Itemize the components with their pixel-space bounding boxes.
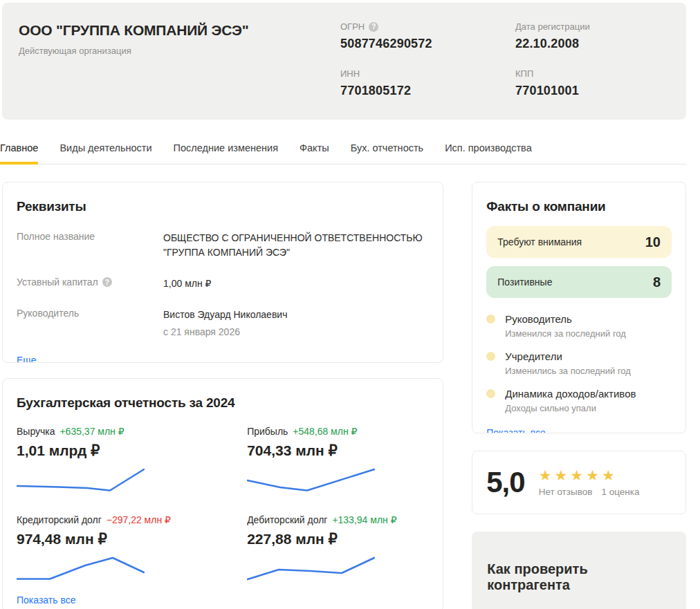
howto-text: Проверьте адрес регистрации, директора и… [504,607,671,609]
metric-value: 704,33 млн ₽ [247,442,429,459]
row-director: Руководитель Вистов Эдуард Николаевич с … [17,308,429,339]
tab-recent-changes[interactable]: Последние изменения [174,142,278,165]
director-since: с 21 января 2026 [163,325,429,339]
howto-title: Как проверить контрагента [487,561,671,593]
positive-label: Позитивные [497,277,552,288]
metric-revenue: Выручка +635,37 млн ₽ 1,01 млрд ₽ [17,426,199,496]
tab-enforcement[interactable]: Исп. производства [445,142,532,165]
positive-count: 8 [653,274,661,290]
company-identity: ООО "ГРУППА КОМПАНИЙ ЭСЭ" Действующая ор… [2,3,306,56]
tab-activities[interactable]: Виды деятельности [59,142,151,165]
question-help-icon[interactable] [102,277,112,287]
charter-capital-value: 1,00 млн ₽ [163,277,429,291]
howto-items: Проверьте адрес регистрации, директора и… [487,607,671,609]
row-full-name: Полное название ОБЩЕСТВО С ОГРАНИЧЕННОЙ … [17,231,429,260]
attention-count: 10 [645,234,661,250]
field-ogrn-label: ОГРН [340,21,515,32]
metric-delta: +133,94 млн ₽ [332,514,396,525]
warning-dot-icon [486,315,495,324]
fact-item-income-dynamics: Динамика доходов/активов Доходы сильно у… [486,388,672,413]
right-column: Факты о компании Требуют внимания 10 Поз… [472,182,686,609]
reviews-count: Нет отзывов [539,487,593,497]
warning-dot-icon [486,389,495,398]
fact-subtitle: Изменились за последний год [505,366,672,376]
fact-title: Руководитель [505,313,672,325]
financial-metrics: Выручка +635,37 млн ₽ 1,01 млрд ₽ Прибыл… [17,426,429,585]
row-charter-capital: Уставный капитал 1,00 млн ₽ [17,277,429,291]
rating-subtext: Нет отзывов 1 оценка [539,487,640,497]
director-value: Вистов Эдуард Николаевич с 21 января 202… [163,308,429,339]
attention-label: Требуют внимания [497,236,582,247]
rating-stars-icon: ★★★★★ [539,468,640,482]
registry-fields: ОГРН 5087746290572 Дата регистрации 22.1… [340,21,690,98]
left-column: Реквизиты Полное название ОБЩЕСТВО С ОГР… [2,182,443,609]
metric-profit: Прибыль +548,68 млн ₽ 704,33 млн ₽ [247,426,429,496]
company-profile-page: ООО "ГРУППА КОМПАНИЙ ЭСЭ" Действующая ор… [2,3,686,609]
facts-show-all-link[interactable]: Показать все [486,427,545,433]
marks-count: 1 оценка [601,487,639,497]
fact-title: Учредители [505,350,672,362]
requisites-title: Реквизиты [17,199,429,214]
row-label: Полное название [17,231,95,242]
company-facts-card: Факты о компании Требуют внимания 10 Поз… [472,182,686,433]
field-label-text: ИНН [340,68,360,79]
requisites-more-link[interactable]: Еще [17,355,37,363]
fact-item-founders: Учредители Изменились за последний год [486,350,672,376]
question-help-icon[interactable] [369,22,378,32]
company-name: ООО "ГРУППА КОМПАНИЙ ЭСЭ" [19,22,306,39]
fact-subtitle: Изменился за последний год [505,328,672,339]
financials-card: Бухгалтерская отчетность за 2024 Выручка… [2,378,443,609]
metric-delta: −297,22 млн ₽ [107,514,171,525]
tab-bar: Главное Виды деятельности Последние изме… [0,142,686,165]
field-ogrn: ОГРН 5087746290572 [340,21,515,51]
fact-item-director: Руководитель Изменился за последний год [486,313,672,339]
field-ogrn-value: 5087746290572 [340,37,515,51]
payable-sparkline-chart [17,554,199,585]
metric-name: Дебиторский долг [247,514,327,525]
fact-subtitle: Доходы сильно упали [505,403,672,413]
field-inn-value: 7701805172 [340,84,515,98]
financials-show-all-link[interactable]: Показать все [17,594,75,606]
metric-name: Прибыль [247,426,288,437]
field-label-text: ОГРН [340,21,365,32]
main-content: Реквизиты Полное название ОБЩЕСТВО С ОГР… [2,182,686,609]
requisites-card: Реквизиты Полное название ОБЩЕСТВО С ОГР… [2,182,443,363]
howto-check-card: Как проверить контрагента Проверьте адре… [472,532,686,609]
receivable-sparkline-chart [247,554,429,585]
metric-value: 227,88 млн ₽ [247,531,429,547]
field-reg-date: Дата регистрации 22.10.2008 [515,21,690,51]
fact-items: Руководитель Изменился за последний год … [486,313,672,413]
director-name: Вистов Эдуард Николаевич [163,308,429,322]
row-label: Уставный капитал [17,277,98,288]
revenue-sparkline-chart [17,466,199,496]
metric-delta: +548,68 млн ₽ [293,426,357,437]
row-label: Руководитель [17,308,79,319]
tab-accounting[interactable]: Бух. отчетность [351,142,423,165]
field-kpp-value: 770101001 [515,84,690,98]
field-kpp: КПП 770101001 [515,68,690,98]
metric-name: Кредиторский долг [17,514,102,525]
metric-delta: +635,37 млн ₽ [59,426,124,437]
rating-score: 5,0 [486,468,524,497]
metric-name: Выручка [17,426,55,437]
facts-title: Факты о компании [486,199,672,214]
rating-card: 5,0 ★★★★★ Нет отзывов 1 оценка [472,451,686,514]
tab-main[interactable]: Главное [0,142,38,165]
tab-facts[interactable]: Факты [300,142,329,165]
howto-item: Проверьте адрес регистрации, директора и… [487,607,671,609]
full-name-value: ОБЩЕСТВО С ОГРАНИЧЕННОЙ ОТВЕТСТВЕННОСТЬЮ… [163,231,429,260]
profit-sparkline-chart [247,466,429,496]
metric-accounts-payable: Кредиторский долг −297,22 млн ₽ 974,48 м… [17,514,199,585]
financials-title: Бухгалтерская отчетность за 2024 [17,395,429,411]
metric-accounts-receivable: Дебиторский долг +133,94 млн ₽ 227,88 мл… [247,514,429,585]
field-label-text: Дата регистрации [515,21,590,32]
company-status: Действующая организация [19,46,306,56]
field-label-text: КПП [515,68,533,79]
requisites-rows: Полное название ОБЩЕСТВО С ОГРАНИЧЕННОЙ … [17,231,429,339]
attention-facts-pill[interactable]: Требуют внимания 10 [486,226,672,258]
warning-dot-icon [486,352,495,361]
positive-facts-pill[interactable]: Позитивные 8 [486,266,672,298]
metric-value: 1,01 млрд ₽ [17,442,199,459]
metric-value: 974,48 млн ₽ [17,531,199,547]
company-header: ООО "ГРУППА КОМПАНИЙ ЭСЭ" Действующая ор… [2,3,686,120]
